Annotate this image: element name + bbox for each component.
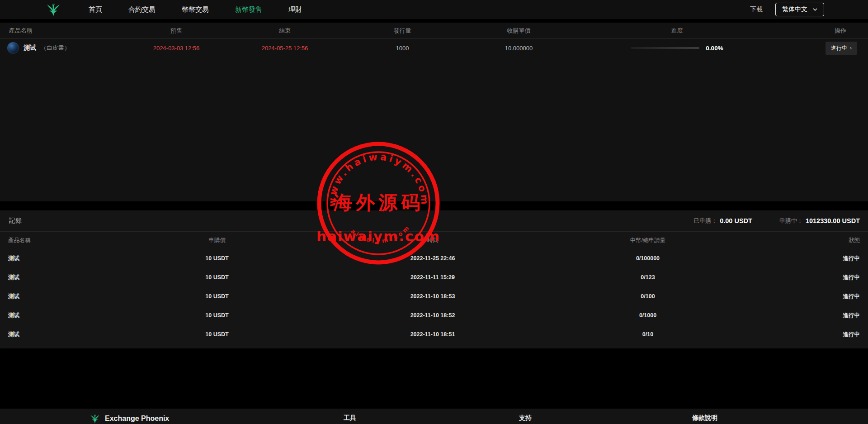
col-record-time: 時間 bbox=[375, 237, 490, 244]
nav-item-spot[interactable]: 幣幣交易 bbox=[182, 5, 209, 14]
subscribing-label: 申購中： bbox=[779, 217, 803, 225]
record-status: 進行中 bbox=[806, 331, 868, 338]
top-navbar: 首頁 合約交易 幣幣交易 新幣發售 理財 下載 繁体中文 bbox=[0, 0, 868, 19]
record-price: 10 USDT bbox=[59, 331, 375, 338]
record-price: 10 USDT bbox=[59, 312, 375, 319]
col-record-ratio: 中幣/總申請量 bbox=[490, 237, 806, 244]
record-row: 測试 10 USDT 2022-11-10 18:51 0/10 進行中 bbox=[0, 325, 868, 344]
footer-brand: Exchange Phoenix bbox=[90, 413, 169, 424]
record-ratio: 0/123 bbox=[490, 274, 806, 281]
phoenix-logo[interactable] bbox=[45, 1, 61, 18]
nav-item-contracts[interactable]: 合約交易 bbox=[128, 5, 156, 14]
records-table-header: 產品名稱 申購價 時間 中幣/總申請量 狀態 bbox=[0, 232, 868, 249]
record-name: 測试 bbox=[0, 255, 59, 262]
record-price: 10 USDT bbox=[59, 293, 375, 300]
record-time: 2022-11-10 18:53 bbox=[375, 293, 490, 300]
record-price: 10 USDT bbox=[59, 274, 375, 281]
record-time: 2022-11-10 18:51 bbox=[375, 331, 490, 338]
subscribed-value: 0.00 USDT bbox=[720, 217, 752, 224]
product-cell: 測试 （白皮書） bbox=[0, 42, 127, 54]
record-row: 測试 10 USDT 2022-11-11 15:29 0/123 進行中 bbox=[0, 268, 868, 287]
brand-name: Exchange Phoenix bbox=[105, 414, 169, 423]
product-name: 測试 bbox=[24, 44, 36, 52]
navbar-right: 下載 繁体中文 bbox=[750, 3, 824, 16]
progress-bar bbox=[631, 47, 699, 49]
phoenix-logo-icon bbox=[46, 2, 61, 17]
coin-icon bbox=[7, 42, 19, 54]
language-selector[interactable]: 繁体中文 bbox=[775, 3, 824, 16]
record-row: 測试 10 USDT 2022-11-25 22:46 0/100000 進行中 bbox=[0, 249, 868, 268]
record-status: 進行中 bbox=[806, 255, 868, 262]
progress-cell: 0.00% bbox=[576, 45, 778, 52]
phoenix-logo-icon bbox=[90, 413, 100, 424]
record-ratio: 0/100000 bbox=[490, 255, 806, 262]
end-time: 2024-05-25 12:56 bbox=[226, 45, 344, 52]
col-action: 操作 bbox=[778, 27, 868, 35]
language-label: 繁体中文 bbox=[782, 5, 807, 14]
issue-amount: 1000 bbox=[344, 45, 461, 52]
progress-percent: 0.00% bbox=[706, 45, 723, 52]
record-ratio: 0/10 bbox=[490, 331, 806, 338]
record-time: 2022-11-11 15:29 bbox=[375, 274, 490, 281]
col-record-name: 產品名稱 bbox=[0, 237, 59, 244]
record-name: 測试 bbox=[0, 312, 59, 319]
footer-col-support: 支持 bbox=[519, 414, 532, 422]
record-name: 測试 bbox=[0, 331, 59, 338]
record-name: 測试 bbox=[0, 293, 59, 300]
unit-price: 10.000000 bbox=[461, 45, 576, 52]
subscribed-label: 已申購： bbox=[693, 217, 717, 225]
nav-item-new-coin[interactable]: 新幣發售 bbox=[235, 5, 262, 14]
download-link[interactable]: 下載 bbox=[750, 5, 763, 14]
chevron-right-icon: › bbox=[850, 45, 852, 51]
col-unit-price: 收購單價 bbox=[461, 27, 576, 35]
subscribing-value: 1012330.00 USDT bbox=[806, 217, 860, 224]
col-progress: 進度 bbox=[576, 27, 778, 35]
whitepaper-label: （白皮書） bbox=[41, 44, 70, 52]
col-record-status: 狀態 bbox=[806, 237, 868, 244]
subscribing-stat: 申購中： 1012330.00 USDT bbox=[779, 217, 860, 225]
chevron-down-icon bbox=[813, 7, 817, 12]
records-stats: 已申購： 0.00 USDT 申購中： 1012330.00 USDT bbox=[693, 217, 860, 225]
record-status: 進行中 bbox=[806, 312, 868, 319]
record-ratio: 0/1000 bbox=[490, 312, 806, 319]
action-cell: 進行中 › bbox=[778, 42, 868, 55]
col-presale: 預售 bbox=[127, 27, 226, 35]
records-header-bar: 記錄 已申購： 0.00 USDT 申購中： 1012330.00 USDT bbox=[0, 210, 868, 232]
footer-col-tools: 工具 bbox=[344, 414, 356, 422]
presale-section: 產品名稱 預售 結束 發行量 收購單價 進度 操作 測试 （白皮書） 2024-… bbox=[0, 23, 868, 201]
presale-table-header: 產品名稱 預售 結束 發行量 收購單價 進度 操作 bbox=[0, 23, 868, 39]
presale-row: 測试 （白皮書） 2024-03-03 12:56 2024-05-25 12:… bbox=[0, 39, 868, 57]
record-row: 測试 10 USDT 2022-11-10 18:53 0/100 進行中 bbox=[0, 287, 868, 306]
nav-item-finance[interactable]: 理財 bbox=[288, 5, 302, 14]
col-product-name: 產品名稱 bbox=[0, 27, 127, 35]
subscribed-stat: 已申購： 0.00 USDT bbox=[693, 217, 752, 225]
footer-col-terms: 條款說明 bbox=[692, 414, 717, 422]
records-title: 記錄 bbox=[9, 217, 22, 225]
col-record-price: 申購價 bbox=[59, 237, 375, 244]
record-ratio: 0/100 bbox=[490, 293, 806, 300]
col-end: 結束 bbox=[226, 27, 344, 35]
record-price: 10 USDT bbox=[59, 255, 375, 262]
presale-time: 2024-03-03 12:56 bbox=[127, 45, 226, 52]
main-menu: 首頁 合約交易 幣幣交易 新幣發售 理財 bbox=[89, 5, 302, 14]
in-progress-label: 進行中 bbox=[831, 44, 847, 52]
record-status: 進行中 bbox=[806, 293, 868, 300]
record-row: 測试 10 USDT 2022-11-10 18:52 0/1000 進行中 bbox=[0, 306, 868, 325]
record-time: 2022-11-10 18:52 bbox=[375, 312, 490, 319]
in-progress-button[interactable]: 進行中 › bbox=[826, 42, 857, 55]
record-status: 進行中 bbox=[806, 274, 868, 281]
record-time: 2022-11-25 22:46 bbox=[375, 255, 490, 262]
footer: Exchange Phoenix 工具 支持 條款說明 bbox=[0, 409, 868, 424]
record-name: 測试 bbox=[0, 274, 59, 281]
col-issue-amount: 發行量 bbox=[344, 27, 461, 35]
records-section: 記錄 已申購： 0.00 USDT 申購中： 1012330.00 USDT 產… bbox=[0, 210, 868, 348]
nav-item-home[interactable]: 首頁 bbox=[89, 5, 102, 14]
